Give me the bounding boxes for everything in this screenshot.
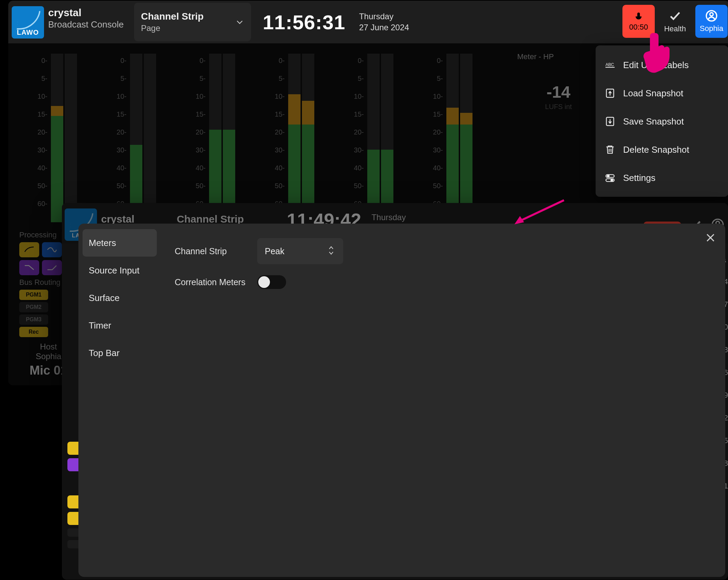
settings-main: Channel Strip Peak Correlation Meters	[161, 224, 725, 577]
updown-icon	[327, 245, 336, 258]
proc-btn[interactable]	[19, 242, 39, 257]
settings-tab-meters[interactable]: Meters	[83, 229, 157, 257]
proc-btn[interactable]	[42, 242, 62, 257]
settings-tab-surface[interactable]: Surface	[83, 284, 157, 312]
app-title: crystal	[48, 7, 134, 19]
svg-text:ABC: ABC	[606, 62, 614, 67]
app-title-block: crystal Broadcast Console	[48, 1, 134, 43]
menu-label: Settings	[623, 173, 655, 183]
trash-icon	[605, 144, 616, 155]
abc-icon: ABC	[605, 60, 616, 71]
settings-tab-source-input[interactable]: Source Input	[83, 257, 157, 284]
user-button[interactable]: Sophia	[695, 5, 728, 38]
menu-label: Save Snapshot	[623, 116, 684, 127]
meter-hp-title: Meter - HP	[517, 52, 600, 61]
route-pgm3[interactable]: PGM3	[19, 314, 48, 325]
select-value: Peak	[265, 246, 284, 256]
meter-hp-value: -14	[517, 83, 600, 101]
logo-text: LAWO	[12, 29, 44, 36]
settings-toggle-icon	[605, 172, 616, 183]
svg-point-13	[611, 179, 613, 181]
setting-row-correlation: Correlation Meters	[175, 268, 711, 296]
settings-window: LAWO crystal Channel Strip 11:49:42 Thur…	[62, 203, 728, 580]
route-rec[interactable]: Rec	[19, 327, 48, 337]
settings-panel: Meters Source Input Surface Timer Top Ba…	[78, 224, 725, 577]
user-label: Sophia	[700, 24, 724, 33]
svg-line-14	[519, 200, 564, 222]
svg-marker-15	[514, 216, 524, 224]
meter-hp-sub: LUFS int	[517, 103, 600, 111]
annotation-pointer-icon	[643, 32, 674, 73]
on-air-timer-value: 00:50	[629, 23, 648, 32]
top-bar: LAWO crystal Broadcast Console Channel S…	[8, 1, 728, 43]
chevron-down-icon	[235, 18, 244, 26]
correlation-toggle[interactable]	[257, 275, 286, 289]
close-icon[interactable]	[705, 232, 716, 244]
page-dropdown[interactable]: Channel Strip Page	[134, 3, 251, 41]
page-dropdown-sub: Page	[141, 23, 204, 33]
menu-label: Load Snapshot	[623, 88, 683, 99]
route-pgm1[interactable]: PGM1	[19, 290, 48, 300]
setting-label: Channel Strip	[175, 246, 257, 256]
settings-tab-top-bar[interactable]: Top Bar	[83, 339, 157, 367]
clock-time: 11:56:31	[263, 11, 345, 34]
proc-btn[interactable]	[42, 260, 62, 275]
toggle-knob	[258, 276, 270, 288]
menu-save-snapshot[interactable]: Save Snapshot	[596, 107, 728, 136]
settings-sidebar: Meters Source Input Surface Timer Top Ba…	[78, 224, 161, 577]
meter-hp-panel: Meter - HP -14 LUFS int	[517, 52, 600, 121]
setting-row-channel-strip: Channel Strip Peak	[175, 237, 711, 265]
menu-load-snapshot[interactable]: Load Snapshot	[596, 79, 728, 107]
svg-point-11	[607, 175, 609, 177]
settings-tab-timer[interactable]: Timer	[83, 312, 157, 339]
clock-date: 27 June 2024	[359, 23, 409, 32]
download-icon	[605, 116, 616, 127]
clock-day: Thursday	[359, 12, 409, 21]
channel-strip-select[interactable]: Peak	[257, 238, 343, 264]
setting-label: Correlation Meters	[175, 277, 257, 287]
upload-icon	[605, 88, 616, 99]
app-logo: LAWO	[12, 6, 44, 39]
clock-block: 11:56:31 Thursday 27 June 2024	[263, 1, 409, 43]
app-subtitle: Broadcast Console	[48, 19, 134, 30]
menu-label: Delete Snapshot	[623, 144, 689, 155]
user-icon	[705, 10, 718, 24]
meter-scale: 0-5-10-15-20-30-40-50-60-	[34, 52, 47, 213]
menu-delete-snapshot[interactable]: Delete Snapshot	[596, 136, 728, 164]
proc-btn[interactable]	[19, 260, 39, 275]
route-pgm2[interactable]: PGM2	[19, 302, 48, 312]
check-icon	[669, 9, 682, 24]
menu-settings[interactable]: Settings	[596, 164, 728, 192]
page-dropdown-title: Channel Strip	[141, 11, 204, 22]
annotation-arrow-icon	[512, 197, 567, 228]
microphone-icon	[633, 11, 644, 23]
svg-point-1	[710, 13, 713, 16]
